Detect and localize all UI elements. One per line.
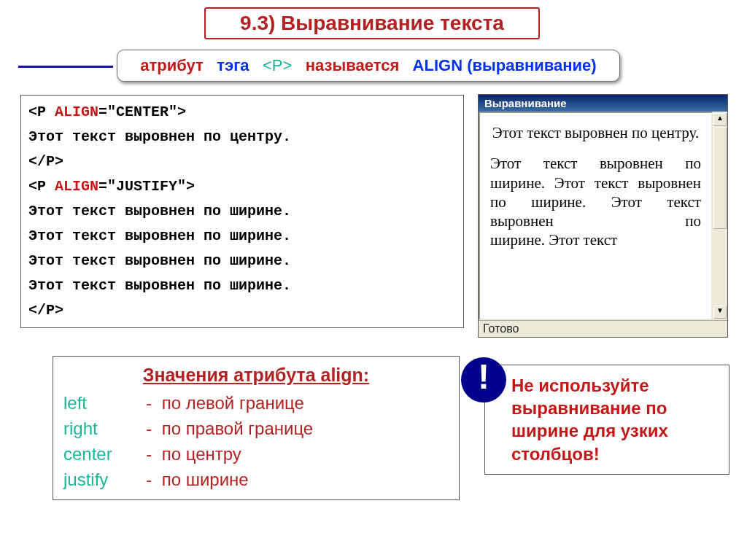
subtitle-word-tag: тэга (217, 56, 249, 74)
browser-titlebar: Выравнивание (479, 95, 727, 112)
scrollbar[interactable]: ▲ ▼ (713, 113, 727, 319)
browser-viewport: Этот текст выровнен по центру. Этот текс… (479, 112, 727, 320)
warning-icon: ! (461, 357, 506, 402)
subtitle-word-called: называется (306, 56, 400, 74)
browser-preview: Выравнивание Этот текст выровнен по цент… (478, 94, 728, 338)
code-line-9: </P> (28, 298, 456, 323)
preview-center-text: Этот текст выровнен по центру. (490, 123, 701, 142)
subtitle-callout: атрибут тэга <P> называется ALIGN (вырав… (117, 50, 620, 82)
code-line-4: <P ALIGN="JUSTIFY"> (28, 174, 456, 199)
code-line-1: <P ALIGN="CENTER"> (28, 100, 456, 125)
code-line-7: Этот текст выровнен по ширине. (28, 249, 456, 273)
code-example: <P ALIGN="CENTER"> Этот текст выровнен п… (20, 95, 464, 328)
subtitle-tag-p: <P> (263, 56, 292, 74)
align-values-box: Значения атрибута align: left - по левой… (53, 356, 460, 500)
section-title: 9.3) Выравнивание текста (204, 7, 540, 39)
align-values-heading: Значения атрибута align: (63, 362, 449, 388)
browser-body: Этот текст выровнен по центру. Этот текс… (479, 112, 713, 320)
warning-box: Не используйте выравнивание по ширине дл… (484, 365, 729, 475)
code-line-6: Этот текст выровнен по ширине. (28, 224, 456, 249)
code-line-2: Этот текст выровнен по центру. (28, 125, 456, 149)
code-line-3: </P> (28, 149, 456, 174)
scroll-thumb[interactable] (713, 127, 727, 229)
align-value-left: left - по левой границе (63, 391, 449, 416)
subtitle-word-align: ALIGN (выравнивание) (413, 56, 597, 74)
divider (18, 66, 113, 68)
scroll-up-button[interactable]: ▲ (713, 113, 727, 126)
browser-statusbar: Готово (479, 320, 727, 337)
preview-justify-text: Этот текст выровнен по ширине. Этот текс… (490, 154, 701, 230)
preview-justify-tail: ширине. Этот текст (490, 230, 701, 249)
code-line-8: Этот текст выровнен по ширине. (28, 273, 456, 298)
align-value-right: right - по правой границе (63, 416, 449, 442)
align-value-center: center - по центру (63, 442, 449, 467)
scroll-down-button[interactable]: ▼ (713, 306, 727, 319)
subtitle-word-attribute: атрибут (140, 56, 204, 74)
code-line-5: Этот текст выровнен по ширине. (28, 199, 456, 224)
align-value-justify: justify - по ширине (63, 467, 449, 493)
